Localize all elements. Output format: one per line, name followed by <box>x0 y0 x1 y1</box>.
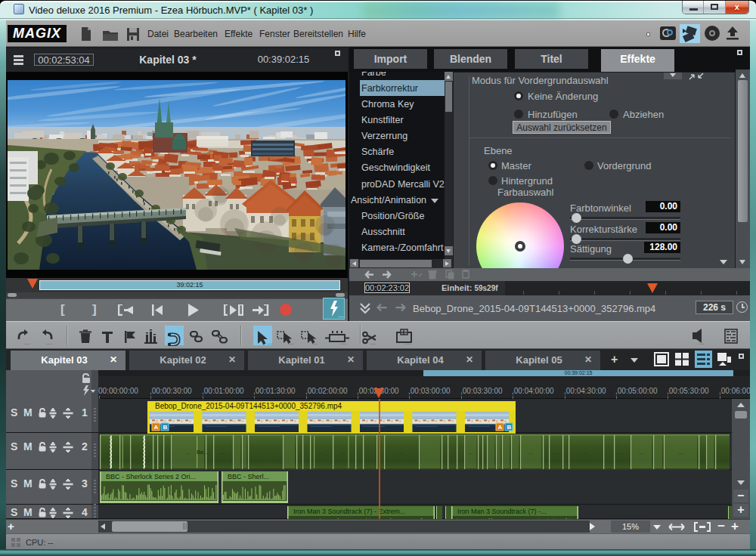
svg-text:B: B <box>507 424 512 431</box>
svg-text:...: ... <box>220 449 225 455</box>
svg-text:...: ... <box>678 449 683 455</box>
svg-text:...: ... <box>553 449 557 455</box>
svg-text:...: ... <box>398 449 403 455</box>
svg-text:A: A <box>154 424 159 431</box>
svg-text:Iron Man 3 Soundtrack (7) - E: Iron Man 3 Soundtrack (7) - Extrem... <box>293 508 406 515</box>
svg-text:...: ... <box>619 449 624 455</box>
svg-text:...: ... <box>138 449 143 455</box>
svg-text:...: ... <box>583 449 587 455</box>
svg-text:BBC - Sherlock Series 2 Ori...: BBC - Sherlock Series 2 Ori... <box>106 473 196 480</box>
svg-text:Iron Man 3 Soundtrack (7) -...: Iron Man 3 Soundtrack (7) -... <box>457 508 547 515</box>
svg-text:...: ... <box>468 449 472 455</box>
svg-text:Be...: Be... <box>197 449 209 456</box>
svg-text:...: ... <box>528 449 533 455</box>
svg-text:...: ... <box>341 449 345 455</box>
svg-text:...: ... <box>185 449 190 455</box>
svg-text:A: A <box>498 424 503 431</box>
svg-text:B: B <box>163 424 168 431</box>
svg-text:Bebop_Drone_2015-04-09T144513+: Bebop_Drone_2015-04-09T144513+0000_35279… <box>155 402 342 410</box>
svg-text:...: ... <box>639 449 643 455</box>
svg-text:BBC - Sherl...: BBC - Sherl... <box>228 473 269 480</box>
svg-text:...: ... <box>318 449 323 455</box>
